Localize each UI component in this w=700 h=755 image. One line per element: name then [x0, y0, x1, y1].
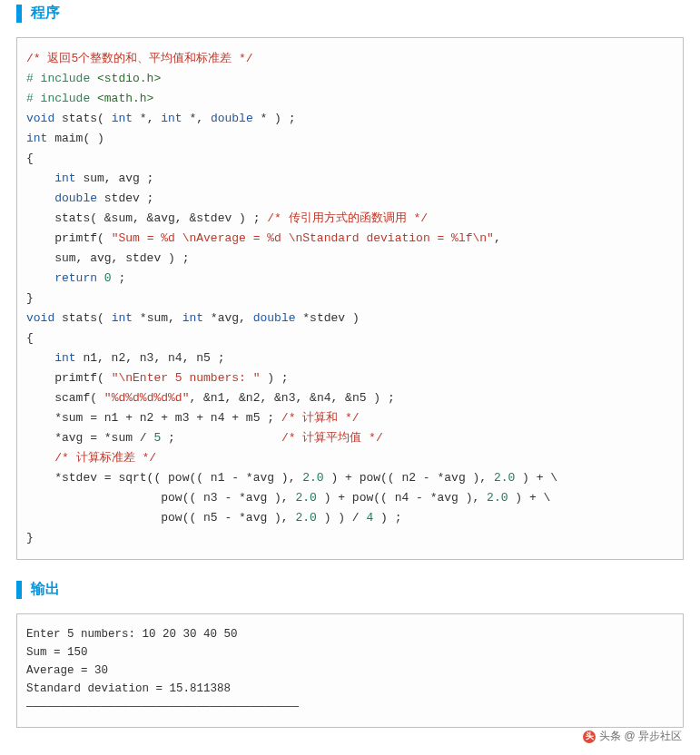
code-text: *sum = n1 + n2 + m3 + n4 + m5 ; — [26, 411, 281, 425]
code-number: 2.0 — [295, 491, 316, 505]
output-block: Enter 5 numbers: 10 20 30 40 50 Sum = 15… — [26, 625, 674, 716]
code-comment: /* 计算标准差 */ — [26, 451, 156, 465]
code-keyword: return — [26, 271, 104, 285]
code-keyword: double — [253, 311, 296, 325]
code-keyword: void — [26, 112, 54, 125]
code-text: ) + pow(( n2 - *avg ), — [324, 471, 494, 485]
code-text: *stdev = sqrt(( pow(( n1 - *avg ), — [26, 471, 302, 485]
code-text: *, — [133, 112, 161, 125]
code-text: stats( — [54, 311, 111, 325]
program-section-header: 程序 — [0, 0, 700, 32]
code-brace: { — [26, 152, 34, 165]
code-text: , — [494, 231, 501, 245]
code-comment: /* 传引用方式的函数调用 */ — [267, 211, 428, 225]
code-text: maim( ) — [47, 132, 104, 145]
output-box: Enter 5 numbers: 10 20 30 40 50 Sum = 15… — [16, 613, 684, 728]
code-number: 2.0 — [295, 511, 316, 525]
code-text: ) + \ — [508, 491, 551, 505]
code-include: <stdio.h> — [97, 72, 161, 85]
output-line: Standard deviation = 15.811388 — [26, 682, 231, 695]
header-accent-bar — [16, 581, 22, 599]
code-comment: /* 返回5个整数的和、平均值和标准差 */ — [26, 52, 253, 65]
code-include: <math.h> — [97, 92, 153, 105]
output-title: 输出 — [31, 580, 60, 599]
code-keyword: int — [26, 132, 47, 145]
code-text: ) ; — [260, 371, 288, 385]
output-line: Average = 30 — [26, 664, 108, 677]
code-box: /* 返回5个整数的和、平均值和标准差 */ # include <stdio.… — [16, 37, 684, 560]
code-keyword: double — [211, 112, 253, 125]
code-text: stats( — [54, 112, 111, 125]
code-text: * ) ; — [253, 112, 296, 125]
code-text: stdev ; — [97, 191, 153, 205]
code-text: stats( &sum, &avg, &stdev ) ; — [26, 211, 267, 225]
output-line: Sum = 150 — [26, 646, 88, 659]
code-text: ) ) / — [317, 511, 367, 525]
code-text: *sum, — [133, 311, 182, 325]
code-text: sum, avg, stdev ) ; — [26, 251, 189, 265]
code-brace: { — [26, 331, 34, 345]
code-text: sum, avg ; — [76, 172, 154, 185]
code-text: primtf( — [26, 371, 112, 385]
code-text: ; — [112, 271, 126, 285]
watermark: 头 头条 @ 异步社区 — [583, 729, 682, 744]
code-preproc: # include — [26, 72, 97, 85]
code-block: /* 返回5个整数的和、平均值和标准差 */ # include <stdio.… — [26, 49, 674, 548]
code-keyword: int — [112, 112, 133, 125]
program-title: 程序 — [31, 4, 60, 23]
code-keyword: double — [26, 191, 97, 205]
code-brace: } — [26, 531, 34, 544]
output-line: Enter 5 numbers: 10 20 30 40 50 — [26, 628, 238, 641]
code-text: *stdev ) — [295, 311, 359, 325]
code-preproc: # include — [26, 92, 97, 105]
code-keyword: int — [161, 112, 182, 125]
code-text: n1, n2, n3, n4, n5 ; — [76, 351, 225, 365]
code-text: , &n1, &n2, &n3, &n4, &n5 ) ; — [189, 391, 394, 405]
code-brace: } — [26, 291, 34, 305]
code-comment: /* 计算平均值 */ — [281, 431, 383, 445]
code-keyword: int — [26, 351, 76, 365]
code-number: 2.0 — [494, 471, 515, 485]
watermark-icon: 头 — [583, 730, 596, 743]
header-accent-bar — [16, 5, 22, 23]
code-number: 0 — [104, 271, 112, 285]
code-number: 2.0 — [302, 471, 323, 485]
code-text: *, — [182, 112, 211, 125]
code-text: ; — [161, 431, 281, 445]
output-section-header: 输出 — [0, 576, 700, 608]
code-text: *avg = *sum / — [26, 431, 153, 445]
watermark-text: 头条 @ 异步社区 — [599, 729, 682, 744]
code-text: pow(( n3 - *avg ), — [26, 491, 295, 505]
code-keyword: int — [112, 311, 133, 325]
code-comment: /* 计算和 */ — [281, 411, 360, 425]
code-keyword: int — [26, 172, 76, 185]
code-text: primtf( — [26, 231, 112, 245]
code-string: "Sum = %d \nAverage = %d \nStandard devi… — [112, 231, 494, 245]
code-text: pow(( n5 - *avg ), — [26, 511, 295, 525]
code-number: 2.0 — [487, 491, 508, 505]
code-text: *avg, — [203, 311, 253, 325]
code-string: "%d%d%d%d%d" — [104, 391, 190, 405]
code-keyword: void — [26, 311, 54, 325]
code-string: "\nEnter 5 numbers: " — [112, 371, 261, 385]
code-text: ) + pow(( n4 - *avg ), — [317, 491, 487, 505]
code-text: ) ; — [373, 511, 401, 525]
output-line: ———————————————————————————————————————— — [26, 701, 299, 713]
code-text: scamf( — [26, 391, 104, 405]
code-text: ) + \ — [515, 471, 557, 485]
code-keyword: int — [182, 311, 203, 325]
